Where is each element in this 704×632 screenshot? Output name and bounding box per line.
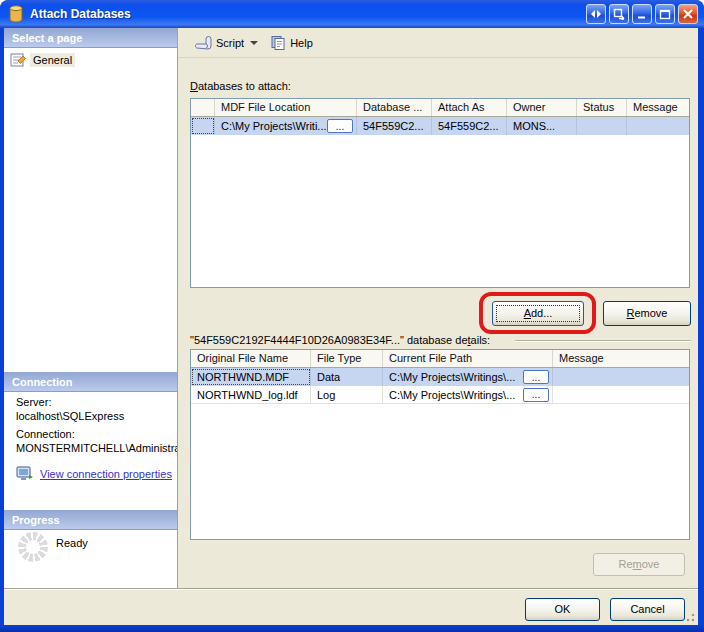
- cancel-button[interactable]: Cancel: [610, 598, 685, 621]
- script-button[interactable]: Script: [190, 33, 262, 53]
- remove-details-button[interactable]: Remove: [593, 553, 685, 576]
- table-row[interactable]: NORTHWND.MDF Data C:\My Projects\Writing…: [191, 368, 689, 386]
- col-mdf-file-location[interactable]: MDF File Location: [215, 99, 357, 116]
- progress-spinner-icon: [18, 532, 48, 562]
- col-current-file-path[interactable]: Current File Path: [383, 350, 553, 367]
- col-attach-as[interactable]: Attach As: [432, 99, 507, 116]
- help-button[interactable]: Help: [266, 33, 317, 53]
- databases-to-attach-grid: MDF File Location Database ... Attach As…: [190, 98, 690, 288]
- col-selector: [191, 99, 215, 116]
- chevron-down-icon: [250, 41, 258, 45]
- col-file-type[interactable]: File Type: [311, 350, 383, 367]
- col-owner[interactable]: Owner: [507, 99, 577, 116]
- help-label: Help: [290, 37, 313, 49]
- script-scroll-icon: [194, 35, 212, 51]
- general-page-icon: [10, 52, 26, 68]
- database-name-cell[interactable]: 54F559C2...: [357, 117, 432, 135]
- computer-icon: [16, 466, 34, 482]
- details-header-row: Original File Name File Type Current Fil…: [191, 350, 689, 368]
- resize-grip[interactable]: [683, 610, 695, 622]
- help-pages-icon: [270, 35, 286, 51]
- table-row[interactable]: C:\My Projects\Writi... ... 54F559C2... …: [191, 117, 689, 135]
- script-label: Script: [216, 37, 244, 49]
- col-database-name[interactable]: Database ...: [357, 99, 432, 116]
- maximize-button[interactable]: [655, 4, 675, 24]
- databases-to-attach-label: Databases to attach:: [190, 80, 291, 92]
- database-details-grid: Original File Name File Type Current Fil…: [190, 349, 690, 540]
- view-connection-properties-link[interactable]: View connection properties: [40, 468, 172, 480]
- database-details-label: "54F559C2192F4444F10D26A0983E34F..." dat…: [190, 334, 490, 346]
- add-button[interactable]: Add...: [492, 301, 584, 326]
- database-icon: [8, 5, 24, 23]
- status-cell[interactable]: [577, 117, 627, 135]
- progress-header: Progress: [4, 510, 177, 530]
- float-window-button[interactable]: [609, 4, 629, 24]
- dialog-toolbar: Script Help: [178, 28, 698, 58]
- window-title: Attach Databases: [30, 7, 586, 21]
- connection-value: MONSTERMITCHELL\Administra: [16, 442, 177, 454]
- general-page-content: Script Help: [178, 28, 698, 588]
- dock-toggle-button[interactable]: [586, 4, 606, 24]
- browse-path-button[interactable]: ...: [523, 370, 549, 384]
- col-original-file-name[interactable]: Original File Name: [191, 350, 311, 367]
- minimize-button[interactable]: [632, 4, 652, 24]
- remove-button[interactable]: Remove: [603, 301, 691, 326]
- file-type-cell[interactable]: Data: [311, 368, 383, 386]
- original-file-name-cell[interactable]: NORTHWND.MDF: [191, 368, 311, 386]
- owner-cell[interactable]: MONS...: [507, 117, 577, 135]
- message-cell[interactable]: [627, 117, 689, 135]
- mdf-file-location-cell[interactable]: C:\My Projects\Writi... ...: [215, 117, 357, 135]
- connection-label: Connection:: [16, 428, 75, 440]
- sidebar-item-label: General: [30, 53, 75, 67]
- original-file-name-cell[interactable]: NORTHWND_log.ldf: [191, 386, 311, 404]
- navigation-pane: Select a page General Connection Server:…: [4, 28, 178, 588]
- col-details-message[interactable]: Message: [553, 350, 689, 367]
- file-type-cell[interactable]: Log: [311, 386, 383, 404]
- server-label: Server:: [16, 396, 51, 408]
- details-separator: [515, 340, 691, 342]
- col-status[interactable]: Status: [577, 99, 627, 116]
- details-message-cell[interactable]: [553, 368, 689, 386]
- dialog-footer: OK Cancel: [4, 588, 698, 625]
- grid-header-row: MDF File Location Database ... Attach As…: [191, 99, 689, 117]
- col-message[interactable]: Message: [627, 99, 689, 116]
- attach-databases-dialog: Attach Databases: [0, 0, 704, 632]
- select-a-page-header: Select a page: [4, 28, 177, 48]
- sidebar-item-general[interactable]: General: [10, 52, 75, 68]
- progress-status: Ready: [56, 537, 88, 549]
- ok-button[interactable]: OK: [525, 598, 600, 621]
- window-border: [0, 625, 704, 632]
- details-message-cell[interactable]: [553, 386, 689, 404]
- connection-header: Connection: [4, 372, 177, 392]
- table-row[interactable]: NORTHWND_log.ldf Log C:\My Projects\Writ…: [191, 386, 689, 404]
- server-value: localhost\SQLExpress: [16, 410, 175, 422]
- browse-mdf-button[interactable]: ...: [327, 119, 353, 133]
- title-bar[interactable]: Attach Databases: [0, 0, 704, 28]
- row-selector-cell[interactable]: [191, 117, 215, 135]
- current-file-path-cell[interactable]: C:\My Projects\Writings\... ...: [383, 386, 553, 404]
- close-icon[interactable]: [678, 4, 698, 24]
- browse-path-button[interactable]: ...: [523, 388, 549, 402]
- current-file-path-cell[interactable]: C:\My Projects\Writings\... ...: [383, 368, 553, 386]
- attach-as-cell[interactable]: 54F559C2...: [432, 117, 507, 135]
